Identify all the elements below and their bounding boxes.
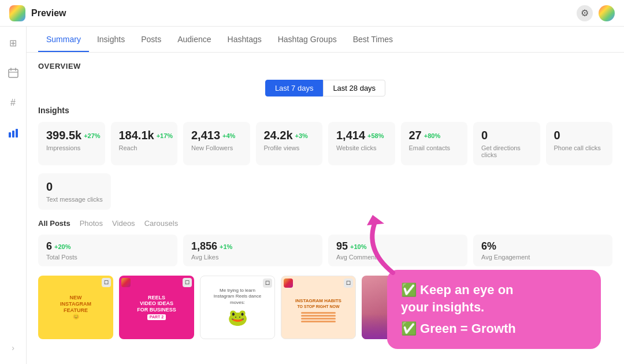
post-4-subtitle: TO STOP RIGHT NOW	[297, 304, 339, 309]
post-4-title: INSTAGRAM HABITS	[295, 298, 341, 303]
post-thumb-2[interactable]: ☐ REELSVIDEO IDEASFOR BUSINESSPART 2	[119, 276, 194, 339]
insights-section-title: Insights	[38, 106, 612, 115]
svg-rect-6	[16, 129, 18, 138]
tab-insights[interactable]: Insights	[89, 27, 133, 52]
overview-title: OVERVIEW	[38, 62, 612, 70]
avatar[interactable]	[599, 5, 615, 21]
sidebar-item-calendar[interactable]	[4, 64, 23, 82]
topbar: Preview ⚙	[0, 0, 624, 27]
content-area: Summary Insights Posts Audience Hashtags…	[27, 27, 624, 364]
topbar-left: Preview	[9, 5, 66, 21]
post-stats-row: 6 +20% Total Posts 1,856 +1% Avg Likes 9…	[38, 235, 612, 266]
stat-email-contacts: 27 +80% Email contacts	[401, 122, 468, 165]
tab-audience[interactable]: Audience	[169, 27, 219, 52]
topbar-right: ⚙	[577, 5, 615, 21]
stat-impressions-value: 399.5k +27%	[46, 129, 97, 142]
tab-hashtag-groups[interactable]: Hashtag Groups	[270, 27, 345, 52]
tab-best-times[interactable]: Best Times	[345, 27, 401, 52]
stat-email-contacts-value: 27 +80%	[409, 129, 460, 142]
post-thumb-3[interactable]: ☐ Me trying to learnInstagram Reels danc…	[200, 276, 275, 339]
frog-emoji: 🐸	[228, 308, 248, 327]
post-2-text: REELSVIDEO IDEASFOR BUSINESSPART 2	[137, 295, 176, 321]
app-title: Preview	[31, 8, 66, 18]
post-stat-avg-engagement: 6% Avg Engagement	[473, 235, 612, 266]
tooltip-arrow-svg	[341, 215, 410, 278]
bookmark-icon-2: ☐	[183, 278, 192, 287]
sidebar: ⊞ # ›	[0, 27, 27, 364]
stat-phone-clicks: 0 Phone call clicks	[546, 122, 613, 165]
stat-phone-clicks-value: 0	[554, 129, 605, 142]
list-line	[301, 318, 336, 320]
post-3-text: Me trying to learnInstagram Reels dancem…	[214, 288, 261, 306]
stat-text-message: 0 Text message clicks	[38, 173, 111, 210]
bookmark-icon-4: ☐	[344, 278, 353, 288]
bookmark-icon: ☐	[102, 278, 111, 287]
filter-videos[interactable]: Videos	[112, 219, 135, 228]
tab-summary[interactable]: Summary	[38, 27, 89, 52]
tooltip-container: ✅ Keep an eye on your insights. ✅ Green …	[387, 270, 601, 349]
stat-profile-views: 24.2k +3% Profile views	[256, 122, 323, 165]
stats-grid: 399.5k +27% Impressions 184.1k +17% Reac…	[38, 122, 612, 165]
list-line	[301, 321, 336, 322]
stat-impressions: 399.5k +27% Impressions	[38, 122, 105, 165]
stat-directions-clicks-value: 0	[481, 129, 532, 142]
tooltip-line1: ✅ Keep an eye on	[401, 281, 587, 299]
tooltip-box: ✅ Keep an eye on your insights. ✅ Green …	[387, 270, 601, 349]
tab-hashtags[interactable]: Hashtags	[220, 27, 270, 52]
post-1-text: NEWINSTAGRAMFEATURE😊	[60, 295, 91, 320]
filter-photos[interactable]: Photos	[80, 219, 103, 228]
main-layout: ⊞ # › Summary Insights Posts Audience Ha…	[0, 27, 624, 364]
stat-reach: 184.1k +17% Reach	[111, 122, 178, 165]
period-7days[interactable]: Last 7 days	[265, 80, 324, 96]
bookmark-icon-3: ☐	[263, 278, 272, 288]
stat-website-clicks: 1,414 +58% Website clicks	[328, 122, 395, 165]
list-line	[301, 312, 336, 314]
posts-filter: All Posts Photos Videos Carousels	[38, 219, 612, 228]
period-toggle: Last 7 days Last 28 days	[38, 80, 612, 96]
instagram-badge-4	[284, 278, 293, 288]
page-content: OVERVIEW Last 7 days Last 28 days Insigh…	[27, 53, 624, 348]
filter-carousels[interactable]: Carousels	[144, 219, 179, 228]
stat-new-followers-value: 2,413 +4%	[191, 129, 242, 142]
app-logo	[9, 5, 25, 21]
tooltip-line2: your insights.	[401, 299, 587, 316]
posts-thumbnails-row: ☐ NEWINSTAGRAMFEATURE😊 ☐ REELSVIDEO IDEA…	[38, 276, 612, 339]
svg-rect-5	[12, 131, 14, 138]
stat-profile-views-value: 24.2k +3%	[264, 129, 315, 142]
svg-marker-7	[367, 215, 384, 225]
post-thumb-4[interactable]: ☐ INSTAGRAM HABITS TO STOP RIGHT NOW	[281, 276, 356, 339]
sidebar-item-hashtag[interactable]: #	[4, 94, 23, 112]
svg-rect-0	[9, 69, 18, 77]
list-line	[301, 315, 336, 317]
sidebar-item-analytics[interactable]	[4, 124, 23, 142]
stat-directions-clicks: 0 Get directions clicks	[473, 122, 540, 165]
sidebar-item-grid[interactable]: ⊞	[4, 34, 23, 52]
post-stat-avg-likes: 1,856 +1% Avg Likes	[183, 235, 322, 266]
nav-tabs: Summary Insights Posts Audience Hashtags…	[27, 27, 624, 53]
instagram-badge	[121, 278, 131, 287]
stat-new-followers: 2,413 +4% New Followers	[183, 122, 250, 165]
tooltip-line3: ✅ Green = Growth	[401, 320, 587, 337]
stat-website-clicks-value: 1,414 +58%	[336, 129, 387, 142]
post-stat-total: 6 +20% Total Posts	[38, 235, 177, 266]
svg-rect-4	[9, 132, 11, 138]
post-thumb-1[interactable]: ☐ NEWINSTAGRAMFEATURE😊	[38, 276, 113, 339]
settings-icon[interactable]: ⚙	[577, 5, 593, 21]
tab-posts[interactable]: Posts	[133, 27, 169, 52]
period-28days[interactable]: Last 28 days	[323, 80, 385, 96]
sidebar-item-chevron[interactable]: ›	[4, 339, 23, 357]
filter-all-posts[interactable]: All Posts	[38, 219, 70, 228]
stat-reach-value: 184.1k +17%	[119, 129, 170, 142]
